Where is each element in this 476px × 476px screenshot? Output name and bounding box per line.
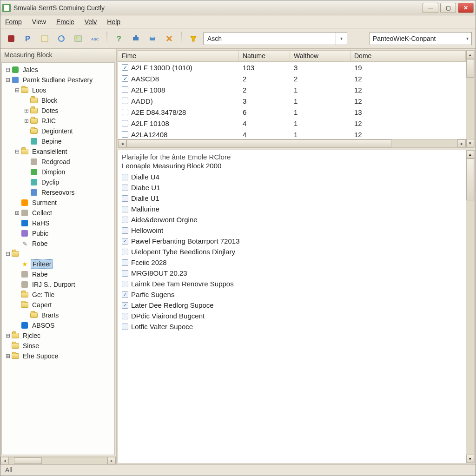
tree-node[interactable]: ⊞RJIC [2, 116, 114, 126]
tree-node[interactable]: Ge: Tile [2, 290, 114, 300]
col-walthow[interactable]: Walthow [290, 51, 350, 61]
item-checkbox[interactable]: ✓ [122, 238, 128, 245]
tree-view[interactable]: ⊟Jales⊟Parnk Sudlane Pestvery⊟LoosBlock⊞… [1, 62, 115, 455]
item-checkbox[interactable] [122, 324, 128, 330]
row-checkbox[interactable]: ✓ [122, 64, 128, 71]
tb-new-icon[interactable] [38, 32, 52, 46]
table-row[interactable]: ✓A2LF 1300D (1010)103319 [118, 62, 466, 73]
tb-stop-icon[interactable] [4, 32, 18, 46]
expand-icon[interactable]: ⊞ [23, 107, 30, 114]
list-item[interactable]: Dialle U1 [122, 193, 462, 204]
list-item[interactable]: DPdic Viairond Bugcent [122, 311, 462, 321]
tree-node[interactable]: ABSOS [2, 320, 114, 331]
item-checkbox[interactable]: ✓ [122, 291, 128, 298]
tb-print-icon[interactable] [145, 32, 159, 46]
tree-node[interactable]: Bepine [2, 136, 114, 146]
minimize-button[interactable]: — [423, 3, 438, 13]
tree-node[interactable]: ★Friteer [2, 259, 114, 269]
tree-node[interactable]: Pubic [2, 228, 114, 238]
row-checkbox[interactable]: ✓ [122, 75, 128, 82]
item-checkbox[interactable] [122, 270, 128, 277]
tb-puzzle-icon[interactable] [129, 32, 143, 46]
table-row[interactable]: A2E D84.3478/286113 [118, 106, 466, 118]
maximize-button[interactable]: ▢ [440, 3, 456, 13]
tree-node[interactable]: Block [2, 95, 114, 106]
item-checkbox[interactable]: ✓ [122, 302, 128, 309]
item-checkbox[interactable] [122, 217, 128, 223]
scroll-down-icon[interactable]: ▾ [466, 139, 474, 147]
list-item[interactable]: Dialle U4 [122, 172, 462, 182]
list-item[interactable]: Diabe U1 [122, 182, 462, 193]
tree-node[interactable]: Dimpion [2, 167, 114, 177]
menu-emcle[interactable]: Emcle [56, 18, 74, 26]
search-dropdown-icon[interactable]: ▾ [336, 33, 347, 45]
list-item[interactable]: Mallurine [122, 204, 462, 214]
row-checkbox[interactable] [122, 120, 128, 126]
menu-fomp[interactable]: Fomp [5, 18, 22, 26]
tb-help-icon[interactable]: ? [112, 32, 126, 46]
table-row[interactable]: A2LA124084112 [118, 129, 466, 139]
list-item[interactable]: MRGI8OUT 20.23 [122, 268, 462, 278]
sidebar-hscrollbar[interactable]: ◂ ▸ [0, 456, 116, 464]
expand-icon[interactable]: ⊟ [14, 148, 20, 155]
col-natume[interactable]: Natume [239, 51, 290, 61]
tree-node[interactable]: Sinse [2, 341, 114, 351]
item-checkbox[interactable] [122, 206, 128, 212]
tree-node[interactable]: Dyclip [2, 177, 114, 187]
tree-node[interactable]: Surment [2, 198, 114, 208]
item-checkbox[interactable] [122, 195, 128, 202]
scroll-thumb[interactable] [466, 159, 474, 200]
tree-node[interactable]: ⊞Dotes [2, 106, 114, 116]
tree-node[interactable]: RäHS [2, 218, 114, 228]
expand-icon[interactable]: ⊟ [14, 87, 20, 93]
scroll-thumb[interactable] [126, 139, 391, 147]
list-item[interactable]: Lotfic Valter Supoce [122, 321, 462, 332]
grid-hscrollbar[interactable]: ◂ ▸ [118, 139, 466, 147]
tree-node[interactable]: ⊟ [2, 249, 114, 259]
tree-node[interactable]: ⊟Parnk Sudlane Pestvery [2, 75, 114, 85]
item-checkbox[interactable] [122, 227, 128, 234]
scroll-thumb[interactable] [14, 457, 42, 464]
col-dome[interactable]: Dome [350, 51, 466, 61]
row-checkbox[interactable] [122, 86, 128, 93]
tree-node[interactable]: Brarts [2, 310, 114, 320]
tree-node[interactable]: ⊞Elre Supoce [2, 351, 114, 361]
search-input[interactable] [204, 35, 336, 42]
tree-node[interactable]: ⊟Loos [2, 85, 114, 95]
expand-icon[interactable]: ⊟ [5, 66, 11, 73]
expand-icon[interactable]: ⊞ [23, 118, 30, 124]
tree-node[interactable]: IRJ S.. Durport [2, 279, 114, 290]
tb-abc-icon[interactable]: ABC [88, 32, 102, 46]
expand-icon[interactable]: ⊞ [5, 353, 11, 359]
scroll-left-icon[interactable]: ◂ [0, 457, 9, 464]
scroll-right-icon[interactable]: ▸ [107, 457, 116, 464]
menu-velv[interactable]: Velv [85, 18, 97, 26]
list-item[interactable]: Lairnk Dee Tam Renovre Suppos [122, 278, 462, 289]
item-checkbox[interactable] [122, 249, 128, 255]
scroll-down-icon[interactable]: ▾ [466, 455, 474, 463]
detail-vscrollbar[interactable]: ▴ ▾ [466, 150, 474, 463]
tb-delete-icon[interactable] [162, 32, 176, 46]
tb-p-icon[interactable]: P [21, 32, 35, 46]
col-fime[interactable]: Fime [118, 51, 239, 61]
search-box[interactable]: ▾ [203, 32, 347, 45]
tree-node[interactable]: ✎Robe [2, 238, 114, 249]
list-item[interactable]: Uielopent Tybe Beedlions Dinjlary [122, 246, 462, 257]
list-item[interactable]: ✓Pawel Ferbanting Botarrport 72013 [122, 236, 462, 246]
table-row[interactable]: A2LF 10082112 [118, 84, 466, 95]
tree-node[interactable]: Degiontent [2, 126, 114, 136]
table-row[interactable]: A2LF 101084112 [118, 118, 466, 129]
tree-node[interactable]: ⊞Cellect [2, 208, 114, 218]
list-item[interactable]: Hellowoint [122, 225, 462, 236]
scroll-up-icon[interactable]: ▴ [466, 51, 474, 59]
list-item[interactable]: ✓Later Dee Redlorg Supoce [122, 300, 462, 311]
table-row[interactable]: AADD)3112 [118, 95, 466, 106]
expand-icon[interactable]: ⊟ [5, 77, 11, 83]
tb-refresh-icon[interactable] [54, 32, 68, 46]
item-checkbox[interactable] [122, 313, 128, 319]
expand-icon[interactable]: ⊞ [5, 332, 11, 339]
menu-view[interactable]: View [32, 18, 46, 26]
tree-node[interactable]: Redgroad [2, 157, 114, 167]
list-item[interactable]: Aide&derwont Orgine [122, 214, 462, 225]
tb-filter-icon[interactable] [186, 32, 200, 46]
